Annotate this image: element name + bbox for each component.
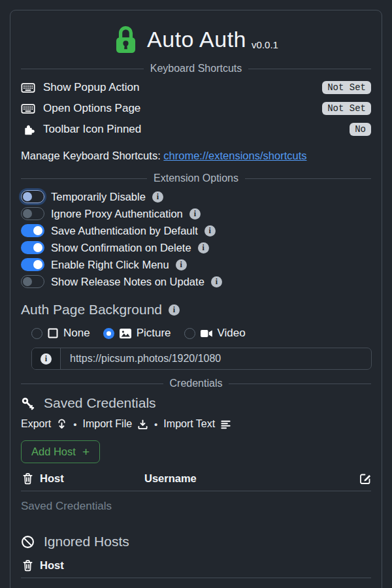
import-file-action[interactable]: Import File xyxy=(83,418,149,430)
info-icon[interactable]: i xyxy=(211,276,222,287)
background-url-input[interactable] xyxy=(61,348,371,369)
shortcut-row: Show Popup Action Not Set xyxy=(21,77,371,98)
shortcut-label: Show Popup Action xyxy=(43,81,139,94)
import-text-action[interactable]: Import Text xyxy=(163,418,231,430)
toggle-row: Save Authentication by Default i xyxy=(21,222,371,239)
bullet-separator: • xyxy=(73,419,76,430)
toggle-right-click-menu[interactable] xyxy=(21,258,44,271)
toggle-row: Ignore Proxy Authentication i xyxy=(21,205,371,222)
toggle-row: Show Release Notes on Update i xyxy=(21,273,371,290)
export-label: Export xyxy=(21,418,51,430)
ignored-hosts-empty-text: Ignored Hosts xyxy=(21,578,371,588)
radio-video[interactable]: Video xyxy=(184,327,246,340)
add-host-label: Add Host xyxy=(31,446,76,458)
toggle-row: Enable Right Click Menu i xyxy=(21,256,371,273)
toggle-row: Show Confirmation on Delete i xyxy=(21,239,371,256)
import-text-icon xyxy=(220,419,231,430)
bullet-separator: • xyxy=(154,419,157,430)
info-icon[interactable]: i xyxy=(169,304,180,316)
keyboard-icon xyxy=(21,83,35,93)
shortcut-row: Open Options Page Not Set xyxy=(21,98,371,119)
info-icon[interactable]: i xyxy=(41,353,52,365)
radio-button[interactable] xyxy=(31,328,42,339)
toggle-row: Temporarily Disable i xyxy=(21,188,371,205)
manage-shortcuts-label: Manage Keyboard Shortcuts: xyxy=(21,150,161,161)
shortcut-row: Toolbar Icon Pinned No xyxy=(21,119,371,140)
saved-credentials-heading: Saved Credentials xyxy=(21,393,371,413)
column-username: Username xyxy=(144,472,357,485)
app-title: Auto Auth xyxy=(147,27,246,52)
shortcut-label: Open Options Page xyxy=(43,102,140,115)
ignored-hosts-table-header: Host xyxy=(21,559,371,578)
background-url-group: i xyxy=(31,348,372,370)
saved-credentials-empty-text: Saved Credentials xyxy=(21,491,371,521)
options-card: Auto Auth v0.0.1 Keyboard Shortcuts xyxy=(10,10,382,588)
app-version: v0.0.1 xyxy=(252,39,278,50)
toggle-temporarily-disable[interactable] xyxy=(21,190,44,203)
url-input-addon: i xyxy=(32,348,61,369)
radio-label: Picture xyxy=(137,327,171,340)
lock-icon xyxy=(114,25,138,54)
divider-label: Keyboard Shortcuts xyxy=(150,63,242,74)
divider-label: Credentials xyxy=(170,378,223,389)
toggle-list: Temporarily Disable i Ignore Proxy Authe… xyxy=(21,188,371,290)
shortcut-status-badge: No xyxy=(350,123,371,136)
app-header: Auto Auth v0.0.1 xyxy=(21,22,371,56)
credentials-divider: Credentials xyxy=(21,378,371,389)
radio-label: Video xyxy=(218,327,246,340)
export-icon xyxy=(56,419,67,430)
puzzle-icon xyxy=(21,123,35,136)
manage-shortcuts-link[interactable]: chrome://extensions/shortcuts xyxy=(163,150,306,161)
add-host-button[interactable]: Add Host + xyxy=(21,440,100,463)
auth-background-heading: Auth Page Background i xyxy=(21,301,371,319)
keyboard-icon xyxy=(21,104,35,114)
video-camera-icon xyxy=(201,329,212,338)
radio-none[interactable]: None xyxy=(31,327,90,340)
toggle-label: Enable Right Click Menu xyxy=(51,259,169,271)
column-host: Host xyxy=(40,559,144,572)
radio-button[interactable] xyxy=(103,328,114,339)
radio-picture[interactable]: Picture xyxy=(103,327,171,340)
info-icon[interactable]: i xyxy=(152,191,163,203)
radio-button[interactable] xyxy=(184,328,195,339)
toggle-release-notes[interactable] xyxy=(21,275,44,288)
divider-label: Extension Options xyxy=(154,172,238,184)
shortcut-status-badge: Not Set xyxy=(322,81,371,94)
plus-icon: + xyxy=(82,448,90,457)
export-action[interactable]: Export xyxy=(21,418,67,430)
credentials-actions: Export • Import File • Import Text xyxy=(21,416,371,432)
key-icon xyxy=(21,397,35,410)
background-choice-group: None Picture Video xyxy=(31,325,371,341)
import-file-label: Import File xyxy=(83,418,133,430)
toggle-label: Show Confirmation on Delete xyxy=(51,242,191,254)
toggle-save-auth-default[interactable] xyxy=(21,224,44,237)
extension-options-divider: Extension Options xyxy=(21,172,371,184)
section-title: Ignored Hosts xyxy=(44,534,129,549)
picture-icon xyxy=(120,329,131,338)
toggle-label: Show Release Notes on Update xyxy=(51,276,204,288)
ignored-hosts-heading: Ignored Hosts xyxy=(21,532,371,551)
info-icon[interactable]: i xyxy=(189,208,201,220)
info-icon[interactable]: i xyxy=(198,242,209,253)
toggle-confirm-on-delete[interactable] xyxy=(21,241,44,254)
toggle-label: Save Authentication by Default xyxy=(51,225,198,237)
section-title: Saved Credentials xyxy=(44,395,156,411)
edit-icon[interactable] xyxy=(357,473,371,485)
section-title: Auth Page Background xyxy=(21,302,162,318)
radio-label: None xyxy=(63,327,90,340)
circle-slash-icon xyxy=(21,535,35,549)
square-icon xyxy=(48,328,58,338)
saved-credentials-table-header: Host Username xyxy=(21,472,371,491)
manage-shortcuts-line: Manage Keyboard Shortcuts: chrome://exte… xyxy=(21,150,371,162)
keyboard-shortcuts-divider: Keyboard Shortcuts xyxy=(21,63,371,74)
info-icon[interactable]: i xyxy=(204,225,216,237)
toggle-ignore-proxy-auth[interactable] xyxy=(21,207,44,220)
trash-icon xyxy=(21,559,34,572)
shortcut-label: Toolbar Icon Pinned xyxy=(43,123,141,136)
column-host: Host xyxy=(40,472,144,485)
trash-icon xyxy=(21,472,34,485)
toggle-label: Ignore Proxy Authentication xyxy=(51,208,183,220)
import-text-label: Import Text xyxy=(163,418,215,430)
toggle-label: Temporarily Disable xyxy=(51,191,146,203)
info-icon[interactable]: i xyxy=(176,259,187,270)
